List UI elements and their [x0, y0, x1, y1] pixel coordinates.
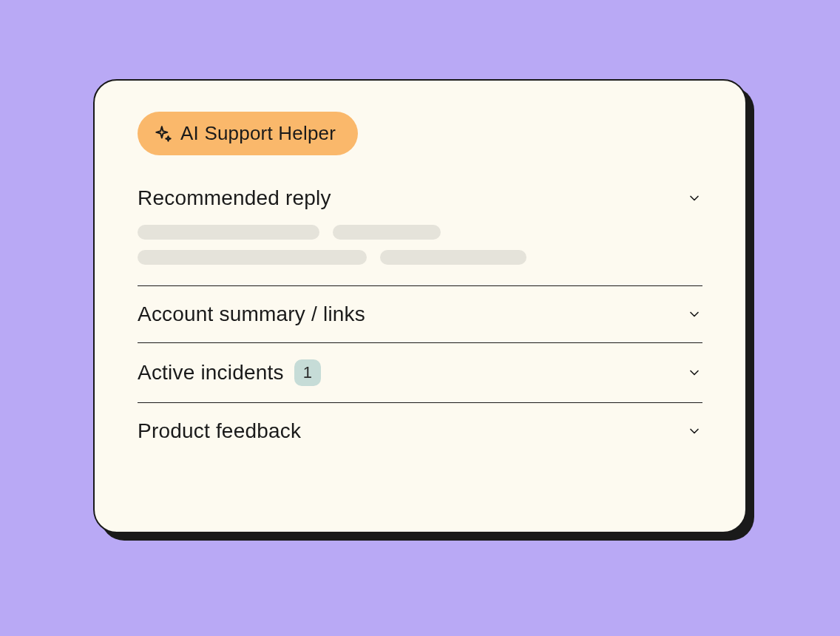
skeleton-line: [138, 250, 367, 265]
chevron-down-icon: [686, 423, 702, 439]
ai-helper-panel: AI Support Helper Recommended reply: [93, 79, 747, 533]
section-header-account-summary[interactable]: Account summary / links: [138, 286, 702, 342]
section-recommended-reply: Recommended reply: [138, 186, 702, 285]
section-active-incidents: Active incidents 1: [138, 343, 702, 402]
section-title: Active incidents: [138, 361, 284, 385]
sparkle-icon: [154, 124, 173, 143]
ai-helper-badge: AI Support Helper: [138, 112, 358, 155]
chevron-down-icon: [686, 190, 702, 206]
chevron-down-icon: [686, 306, 702, 322]
section-header-active-incidents[interactable]: Active incidents 1: [138, 343, 702, 402]
section-header-recommended-reply[interactable]: Recommended reply: [138, 186, 702, 225]
chevron-down-icon: [686, 365, 702, 381]
section-title: Account summary / links: [138, 302, 365, 326]
incident-count-badge: 1: [294, 359, 321, 386]
section-product-feedback: Product feedback: [138, 403, 702, 459]
skeleton-line: [380, 250, 526, 265]
ai-helper-badge-label: AI Support Helper: [180, 122, 336, 145]
section-account-summary: Account summary / links: [138, 286, 702, 342]
section-header-product-feedback[interactable]: Product feedback: [138, 403, 702, 459]
skeleton-line: [333, 225, 441, 240]
skeleton-line: [138, 225, 319, 240]
section-title: Product feedback: [138, 419, 301, 443]
section-title: Recommended reply: [138, 186, 331, 210]
recommended-reply-placeholder: [138, 225, 702, 285]
